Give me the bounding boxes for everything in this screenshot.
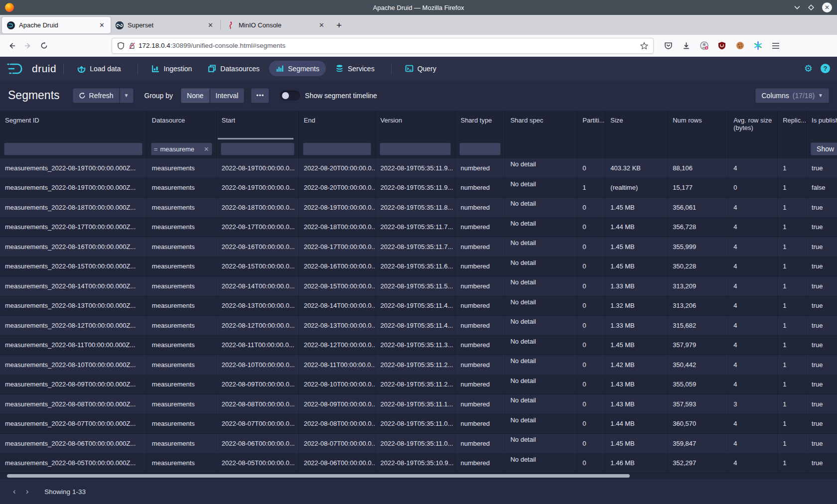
cell-segment-id[interactable]: measurements_2022-08-06T00:00:00.000Z... <box>0 434 146 453</box>
table-row[interactable]: measurements_2022-08-08T00:00:00.000Z...… <box>0 394 837 414</box>
extension-flower-icon[interactable] <box>750 38 765 53</box>
window-maximize-icon[interactable] <box>808 4 814 10</box>
segment-timeline-toggle[interactable] <box>280 91 300 101</box>
cell-segment-id[interactable]: measurements_2022-08-13T00:00:00.000Z... <box>0 296 146 316</box>
nav-item-query[interactable]: Query <box>399 61 443 76</box>
column-header-num-rows[interactable]: Num rows <box>667 111 728 139</box>
ublock-icon[interactable] <box>714 38 729 53</box>
filter-input-segment-id[interactable] <box>4 142 142 155</box>
cell-segment-id[interactable]: measurements_2022-08-10T00:00:00.000Z... <box>0 355 146 375</box>
reload-icon[interactable] <box>36 38 52 54</box>
group-by-interval-button[interactable]: Interval <box>210 88 245 103</box>
pocket-icon[interactable] <box>661 38 676 53</box>
table-row[interactable]: measurements_2022-08-11T00:00:00.000Z...… <box>0 336 837 356</box>
next-page-icon[interactable]: › <box>21 487 34 497</box>
tab-close-icon[interactable]: ✕ <box>318 21 325 29</box>
cell-segment-id[interactable]: measurements_2022-08-16T00:00:00.000Z... <box>0 237 146 256</box>
cell-segment-id[interactable]: measurements_2022-08-15T00:00:00.000Z... <box>0 257 146 276</box>
column-header-avg-row-size-bytes[interactable]: Avg. row size(bytes) <box>728 111 777 139</box>
browser-tab-apache-druid[interactable]: Apache Druid✕ <box>2 17 111 33</box>
table-row[interactable]: measurements_2022-08-18T00:00:00.000Z...… <box>0 198 837 218</box>
cell-segment-id[interactable]: measurements_2022-08-12T00:00:00.000Z... <box>0 316 146 335</box>
cell-segment-id[interactable]: measurements_2022-08-11T00:00:00.000Z... <box>0 336 146 355</box>
cell-segment-id[interactable]: measurements_2022-08-05T00:00:00.000Z... <box>0 454 146 473</box>
column-header-partiti[interactable]: Partiti... <box>577 111 605 139</box>
nav-item-segments[interactable]: Segments <box>269 61 326 76</box>
url-path: :30899/unified-console.html#segments <box>170 42 285 49</box>
window-close-icon[interactable]: ✕ <box>822 2 832 12</box>
browser-tab-minio-console[interactable]: MinIO Console✕ <box>222 17 330 33</box>
cell-segment-id[interactable]: measurements_2022-08-07T00:00:00.000Z... <box>0 414 146 434</box>
column-header-shard-type[interactable]: Shard type <box>455 111 505 139</box>
group-by-none-button[interactable]: None <box>181 88 209 103</box>
column-header-datasource[interactable]: Datasource <box>146 111 216 139</box>
new-tab-button[interactable]: + <box>330 20 348 35</box>
column-header-segment-id[interactable]: Segment ID <box>0 111 146 139</box>
cell-segment-id[interactable]: measurements_2022-08-08T00:00:00.000Z... <box>0 394 146 414</box>
filter-input-shard-type[interactable] <box>459 142 501 155</box>
cell-segment-id[interactable]: measurements_2022-08-18T00:00:00.000Z... <box>0 198 146 217</box>
nav-item-services[interactable]: Services <box>329 61 381 76</box>
cell-segment-id[interactable]: measurements_2022-08-09T00:00:00.000Z... <box>0 375 146 394</box>
back-icon[interactable] <box>4 38 20 54</box>
table-row[interactable]: measurements_2022-08-19T00:00:00.000Z...… <box>0 178 837 198</box>
cell-segment-id[interactable]: measurements_2022-08-19T00:00:00.000Z... <box>0 178 146 198</box>
horizontal-scrollbar-thumb[interactable] <box>7 474 630 478</box>
refresh-button[interactable]: Refresh <box>73 88 120 103</box>
table-row[interactable]: measurements_2022-08-14T00:00:00.000Z...… <box>0 276 837 296</box>
previous-page-icon[interactable]: ‹ <box>8 487 21 497</box>
settings-gear-icon[interactable]: ⚙ <box>804 63 813 74</box>
download-icon[interactable] <box>679 38 694 53</box>
columns-picker-button[interactable]: Columns (17/18) ▼ <box>755 88 829 103</box>
cell-segment-id[interactable]: measurements_2022-08-14T00:00:00.000Z... <box>0 276 146 296</box>
column-header-size[interactable]: Size <box>605 111 667 139</box>
nav-item-datasources[interactable]: Datasources <box>201 61 266 76</box>
remove-filter-icon[interactable]: ✕ <box>204 145 209 153</box>
forward-icon[interactable] <box>20 38 36 54</box>
cell-replic: 1 <box>777 178 806 198</box>
column-header-shard-spec[interactable]: Shard spec <box>505 111 577 139</box>
filter-input-start[interactable] <box>221 142 294 155</box>
column-header-is-published[interactable]: Is published <box>806 111 837 139</box>
cookie-icon[interactable] <box>732 38 747 53</box>
column-header-start[interactable]: Start <box>216 111 298 139</box>
nav-item-ingestion[interactable]: Ingestion <box>145 61 199 76</box>
table-row[interactable]: measurements_2022-08-12T00:00:00.000Z...… <box>0 316 837 336</box>
window-minimize-icon[interactable] <box>794 5 800 9</box>
menu-icon[interactable] <box>768 38 783 53</box>
table-row[interactable]: measurements_2022-08-19T00:00:00.000Z...… <box>0 158 837 178</box>
more-options-button[interactable]: ••• <box>251 88 269 103</box>
tab-close-icon[interactable]: ✕ <box>207 21 214 29</box>
account-icon[interactable] <box>697 38 711 53</box>
cell-is-published: true <box>806 237 837 256</box>
filter-input-version[interactable] <box>380 142 451 155</box>
druid-logo[interactable]: druid <box>7 62 56 75</box>
table-row[interactable]: measurements_2022-08-15T00:00:00.000Z...… <box>0 257 837 277</box>
tab-close-icon[interactable]: ✕ <box>98 21 106 29</box>
cell-segment-id[interactable]: measurements_2022-08-19T00:00:00.000Z... <box>0 158 146 178</box>
refresh-dropdown-button[interactable]: ▼ <box>120 88 134 103</box>
datasource-filter-chip[interactable]: =measureme✕ <box>151 142 212 155</box>
help-icon[interactable]: ? <box>821 64 830 73</box>
table-row[interactable]: measurements_2022-08-09T00:00:00.000Z...… <box>0 375 837 395</box>
table-row[interactable]: measurements_2022-08-10T00:00:00.000Z...… <box>0 355 837 375</box>
table-row[interactable]: measurements_2022-08-05T00:00:00.000Z...… <box>0 454 837 474</box>
cell-segment-id[interactable]: measurements_2022-08-17T00:00:00.000Z... <box>0 218 146 237</box>
table-row[interactable]: measurements_2022-08-13T00:00:00.000Z...… <box>0 296 837 316</box>
insecure-lock-icon[interactable] <box>129 42 136 50</box>
tracking-shield-icon[interactable] <box>117 42 125 50</box>
column-header-end[interactable]: End <box>298 111 375 139</box>
browser-tab-superset[interactable]: Superset✕ <box>111 17 219 33</box>
filter-input-end[interactable] <box>303 142 371 155</box>
table-row[interactable]: measurements_2022-08-17T00:00:00.000Z...… <box>0 218 837 238</box>
filter-cell <box>605 139 667 158</box>
column-header-replic[interactable]: Replic... <box>777 111 806 139</box>
table-row[interactable]: measurements_2022-08-07T00:00:00.000Z...… <box>0 414 837 434</box>
table-row[interactable]: measurements_2022-08-06T00:00:00.000Z...… <box>0 434 837 454</box>
url-bar[interactable]: 172.18.0.4:30899/unified-console.html#se… <box>112 38 654 54</box>
column-header-version[interactable]: Version <box>375 111 455 139</box>
is-published-filter-button[interactable]: Show <box>811 142 837 155</box>
table-row[interactable]: measurements_2022-08-16T00:00:00.000Z...… <box>0 237 837 257</box>
nav-item-load-data[interactable]: Load data <box>71 61 127 76</box>
bookmark-star-icon[interactable] <box>640 42 648 50</box>
